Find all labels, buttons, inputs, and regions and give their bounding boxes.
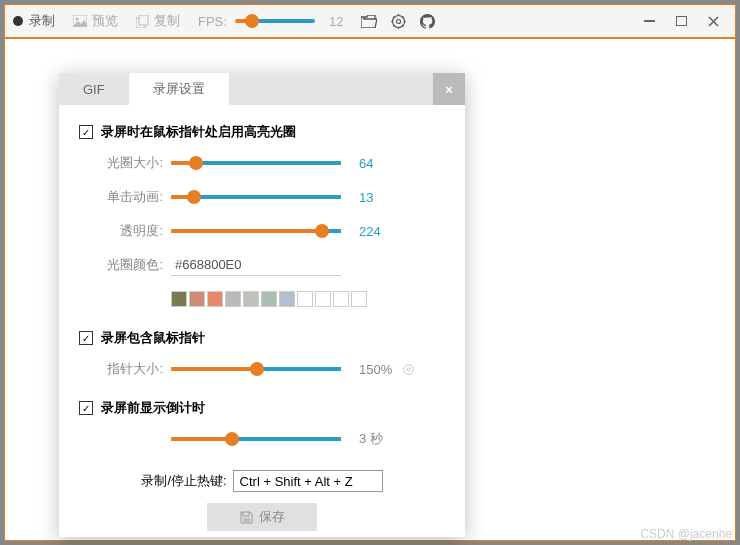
app-window: 录制 预览 复制 FPS: 12 GIF 录屏设置 × xyxy=(4,4,736,541)
section-countdown: 录屏前显示倒计时 3 秒 xyxy=(79,399,445,451)
halo-checkbox[interactable] xyxy=(79,125,93,139)
fps-slider[interactable] xyxy=(235,13,315,29)
svg-rect-6 xyxy=(644,20,655,22)
click-anim-slider[interactable] xyxy=(171,189,341,205)
record-button[interactable]: 录制 xyxy=(29,12,55,30)
fps-value: 12 xyxy=(329,14,343,29)
maximize-button[interactable] xyxy=(667,10,695,32)
section-pointer: 录屏包含鼠标指针 指针大小: 150% xyxy=(79,329,445,381)
image-icon xyxy=(73,15,87,27)
save-label: 保存 xyxy=(259,508,285,526)
opacity-slider[interactable] xyxy=(171,223,341,239)
tab-gif[interactable]: GIF xyxy=(59,73,129,105)
preview-button[interactable]: 预览 xyxy=(73,12,118,30)
color-swatch[interactable] xyxy=(207,291,223,307)
halo-size-slider[interactable] xyxy=(171,155,341,171)
settings-dialog: GIF 录屏设置 × 录屏时在鼠标指针处启用高亮光圈 光圈大小: 64 单击动画… xyxy=(59,73,465,537)
minimize-button[interactable] xyxy=(635,10,663,32)
dialog-close-button[interactable]: × xyxy=(433,73,465,105)
record-indicator-icon xyxy=(13,16,23,26)
maximize-icon xyxy=(676,16,687,26)
color-swatch[interactable] xyxy=(315,291,331,307)
toolbar: 录制 预览 复制 FPS: 12 xyxy=(5,5,735,39)
color-swatch[interactable] xyxy=(297,291,313,307)
color-swatch[interactable] xyxy=(279,291,295,307)
hotkey-input[interactable]: Ctrl + Shift + Alt + Z xyxy=(233,470,383,492)
color-swatches xyxy=(171,291,367,307)
click-anim-label: 单击动画: xyxy=(79,188,163,206)
watermark: CSDN @jacenhe xyxy=(640,527,732,541)
svg-point-1 xyxy=(76,18,79,21)
color-swatch[interactable] xyxy=(261,291,277,307)
color-swatch[interactable] xyxy=(189,291,205,307)
color-swatch[interactable] xyxy=(351,291,367,307)
pointer-size-value: 150% xyxy=(359,362,392,377)
color-swatch[interactable] xyxy=(333,291,349,307)
halo-size-value: 64 xyxy=(359,156,373,171)
countdown-checkbox[interactable] xyxy=(79,401,93,415)
halo-title: 录屏时在鼠标指针处启用高亮光圈 xyxy=(101,123,296,141)
pointer-checkbox[interactable] xyxy=(79,331,93,345)
svg-rect-7 xyxy=(676,17,686,26)
window-controls xyxy=(635,10,727,32)
copy-button[interactable]: 复制 xyxy=(136,12,180,30)
pointer-settings-button[interactable] xyxy=(402,363,415,376)
preview-label: 预览 xyxy=(92,12,118,30)
copy-icon xyxy=(136,15,149,28)
dialog-body: 录屏时在鼠标指针处启用高亮光圈 光圈大小: 64 单击动画: 13 透明度: 2… xyxy=(59,105,465,541)
github-button[interactable] xyxy=(420,14,435,29)
halo-size-label: 光圈大小: xyxy=(79,154,163,172)
color-swatch[interactable] xyxy=(243,291,259,307)
opacity-value: 224 xyxy=(359,224,381,239)
countdown-slider[interactable] xyxy=(171,431,341,447)
halo-color-label: 光圈颜色: xyxy=(79,256,163,274)
github-icon xyxy=(420,14,435,29)
svg-point-8 xyxy=(404,364,414,374)
close-icon xyxy=(708,16,719,27)
folder-icon xyxy=(361,15,377,28)
minimize-icon xyxy=(644,20,655,22)
color-swatch[interactable] xyxy=(225,291,241,307)
svg-point-5 xyxy=(397,19,401,23)
svg-point-9 xyxy=(407,367,410,370)
save-button[interactable]: 保存 xyxy=(207,503,317,531)
save-icon xyxy=(240,511,253,524)
close-button[interactable] xyxy=(699,10,727,32)
open-folder-button[interactable] xyxy=(361,15,377,28)
svg-rect-3 xyxy=(139,15,148,25)
copy-label: 复制 xyxy=(154,12,180,30)
countdown-title: 录屏前显示倒计时 xyxy=(101,399,205,417)
opacity-label: 透明度: xyxy=(79,222,163,240)
gear-icon xyxy=(402,363,415,376)
pointer-size-label: 指针大小: xyxy=(79,360,163,378)
halo-color-input[interactable] xyxy=(171,254,341,276)
settings-button[interactable] xyxy=(391,14,406,29)
pointer-size-slider[interactable] xyxy=(171,361,341,377)
click-anim-value: 13 xyxy=(359,190,373,205)
color-swatch[interactable] xyxy=(171,291,187,307)
countdown-value: 3 秒 xyxy=(359,430,383,448)
fps-label: FPS: xyxy=(198,14,227,29)
record-label: 录制 xyxy=(29,12,55,30)
hotkey-label: 录制/停止热键: xyxy=(141,472,226,490)
gear-icon xyxy=(391,14,406,29)
dialog-header: GIF 录屏设置 × xyxy=(59,73,465,105)
section-halo: 录屏时在鼠标指针处启用高亮光圈 光圈大小: 64 单击动画: 13 透明度: 2… xyxy=(79,123,445,311)
pointer-title: 录屏包含鼠标指针 xyxy=(101,329,205,347)
tab-recording-settings[interactable]: 录屏设置 xyxy=(129,73,229,105)
